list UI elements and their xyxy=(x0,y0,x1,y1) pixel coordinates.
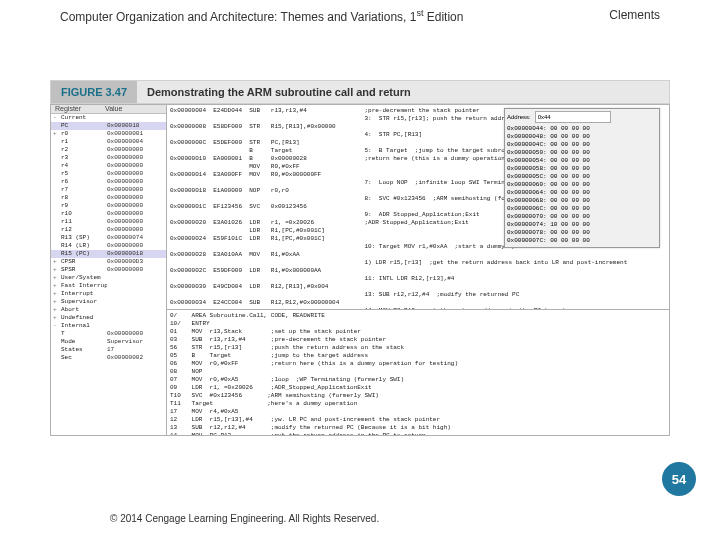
memory-line: 0x00000068: 00 00 00 00 xyxy=(507,197,657,205)
register-row[interactable]: R15 (PC)0x00000018 xyxy=(51,250,166,258)
source-line: 09 LDR r1, =0x20026 ;ADR_Stopped_Applica… xyxy=(170,384,666,392)
disasm-line: 0x00000034 E24CC004 SUB R12,R12,#0x00000… xyxy=(170,299,666,307)
register-row[interactable]: +Interrupt xyxy=(51,290,166,298)
register-row[interactable]: +r00x00000001 xyxy=(51,130,166,138)
register-row[interactable]: r100x00000000 xyxy=(51,210,166,218)
memory-line: 0x00000048: 00 00 00 00 xyxy=(507,133,657,141)
source-line: 10/ ENTRY xyxy=(170,320,666,328)
register-row[interactable]: r60x00000000 xyxy=(51,178,166,186)
register-row[interactable]: r40x00000000 xyxy=(51,162,166,170)
memory-line: 0x0000005C: 00 00 00 00 xyxy=(507,173,657,181)
register-row[interactable]: r50x00000000 xyxy=(51,170,166,178)
source-line: 56 STR r15,[r13] ;push the return addres… xyxy=(170,344,666,352)
register-row[interactable]: States17 xyxy=(51,346,166,354)
figure-number: FIGURE 3.47 xyxy=(51,81,137,103)
register-row[interactable]: -Current xyxy=(51,114,166,122)
register-row[interactable]: r70x00000000 xyxy=(51,186,166,194)
register-row[interactable]: r80x00000000 xyxy=(51,194,166,202)
source-line: T10 SVC #0x123456 ;ARM semihosting (form… xyxy=(170,392,666,400)
register-row[interactable]: R14 (LR)0x00000000 xyxy=(51,242,166,250)
memory-line: 0x00000044: 00 00 00 00 xyxy=(507,125,657,133)
source-line: 08 NOP xyxy=(170,368,666,376)
source-line: 12 LDR r15,[r13],#4 ;yw. LR PC and post-… xyxy=(170,416,666,424)
register-row[interactable]: r20x00000000 xyxy=(51,146,166,154)
source-line: 06 MOV r0,#0xFF ;return here (this is a … xyxy=(170,360,666,368)
book-title: Computer Organization and Architecture: … xyxy=(60,8,463,24)
source-line: 0/ AREA Subroutine.Call, CODE, READWRITE xyxy=(170,312,666,320)
register-row[interactable]: +CPSR0x000000D3 xyxy=(51,258,166,266)
register-row[interactable]: r30x00000000 xyxy=(51,154,166,162)
reg-col-name: Register xyxy=(51,105,105,113)
register-row[interactable]: +User/System xyxy=(51,274,166,282)
memory-line: 0x00000054: 00 00 00 00 xyxy=(507,157,657,165)
page-number-badge: 54 xyxy=(662,462,696,496)
memory-line: 0x0000006C: 00 00 00 00 xyxy=(507,205,657,213)
disasm-line: 0x0000002C E59DF000 LDR R1,#0x000000AA xyxy=(170,267,666,275)
registers-header: Register Value xyxy=(51,105,166,114)
register-row[interactable]: r90x00000000 xyxy=(51,202,166,210)
register-row[interactable]: -Internal xyxy=(51,322,166,330)
memory-line: 0x0000004C: 00 00 00 00 xyxy=(507,141,657,149)
source-line: 17 MOV r4,#0xA5 xyxy=(170,408,666,416)
source-line: 07 MOV r0,#0xA5 ;loop ;WP Terminating (f… xyxy=(170,376,666,384)
source-line: 13 SUB r12,r12,#4 ;modify the returned P… xyxy=(170,424,666,432)
memory-line: 0x00000064: 00 00 00 00 xyxy=(507,189,657,197)
memory-address-row: Address: xyxy=(507,111,657,123)
register-row[interactable]: r110x00000000 xyxy=(51,218,166,226)
disasm-line: 14: MOV PC,R12 ;put the return address i… xyxy=(170,307,666,310)
source-view[interactable]: 0/ AREA Subroutine.Call, CODE, READWRITE… xyxy=(167,310,669,435)
copyright-text: © 2014 Cengage Learning Engineering. All… xyxy=(110,513,379,524)
register-row[interactable]: R13 (SP)0x00000074 xyxy=(51,234,166,242)
memory-line: 0x0000007C: 00 00 00 00 xyxy=(507,237,657,245)
register-row[interactable]: +Supervisor xyxy=(51,298,166,306)
disasm-line: 11: INTL LDR R12,[r13],#4 xyxy=(170,275,666,283)
register-row[interactable]: r120x00000000 xyxy=(51,226,166,234)
disasm-line: 0x00000028 E3A010AA MOV R1,#0xAA xyxy=(170,251,666,259)
memory-address-input[interactable] xyxy=(535,111,611,123)
register-row[interactable]: r10x00000004 xyxy=(51,138,166,146)
registers-pane: Register Value -CurrentPC0x0000018+r00x0… xyxy=(51,105,167,435)
slide-header: Computer Organization and Architecture: … xyxy=(60,8,660,24)
source-line: 03 SUB r13,r13,#4 ;pre-decrement the sta… xyxy=(170,336,666,344)
registers-list[interactable]: -CurrentPC0x0000018+r00x00000001r10x0000… xyxy=(51,114,166,362)
reg-col-value: Value xyxy=(105,105,122,113)
title-suffix: Edition xyxy=(423,10,463,24)
disasm-line: 1) LDR r15,[r13] ;get the return address… xyxy=(170,259,666,267)
memory-line: 0x00000074: 10 00 00 00 xyxy=(507,221,657,229)
memory-line: 0x00000078: 00 00 00 00 xyxy=(507,229,657,237)
figure-title-bar: FIGURE 3.47 Demonstrating the ARM subrou… xyxy=(50,80,670,104)
memory-line: 0x00000058: 00 00 00 00 xyxy=(507,165,657,173)
source-line: 01 MOV r13,Stack ;set up the stack point… xyxy=(170,328,666,336)
memory-address-label: Address: xyxy=(507,113,531,121)
source-line: 05 B Target ;jump to the target address xyxy=(170,352,666,360)
register-row[interactable]: +Undefined xyxy=(51,314,166,322)
register-row[interactable]: T0x00000000 xyxy=(51,330,166,338)
memory-line: 0x00000050: 00 00 00 00 xyxy=(507,149,657,157)
register-row[interactable]: +SPSR0x00000000 xyxy=(51,266,166,274)
register-row[interactable]: ModeSupervisor xyxy=(51,338,166,346)
author-name: Clements xyxy=(609,8,660,24)
disasm-line: 13: SUB r12,r12,#4 ;modify the returned … xyxy=(170,291,666,299)
title-prefix: Computer Organization and Architecture: … xyxy=(60,10,416,24)
figure-caption: Demonstrating the ARM subroutine call an… xyxy=(137,86,411,98)
register-row[interactable]: Sec0x00000002 xyxy=(51,354,166,362)
memory-line: 0x00000070: 00 00 00 00 xyxy=(507,213,657,221)
disasm-line: 0x00000030 E49CD004 LDR R12,[R13],#0x004 xyxy=(170,283,666,291)
source-line: 14 MOV PC,R12 ;put the return address in… xyxy=(170,432,666,435)
register-row[interactable]: PC0x0000018 xyxy=(51,122,166,130)
memory-dump: 0x00000044: 00 00 00 000x00000048: 00 00… xyxy=(507,125,657,245)
memory-window[interactable]: Address: 0x00000044: 00 00 00 000x000000… xyxy=(504,108,660,248)
source-line: T11 Target ;here's a dummy operation xyxy=(170,400,666,408)
memory-line: 0x00000060: 00 00 00 00 xyxy=(507,181,657,189)
register-row[interactable]: +Abort xyxy=(51,306,166,314)
register-row[interactable]: +Fast Interrupt xyxy=(51,282,166,290)
